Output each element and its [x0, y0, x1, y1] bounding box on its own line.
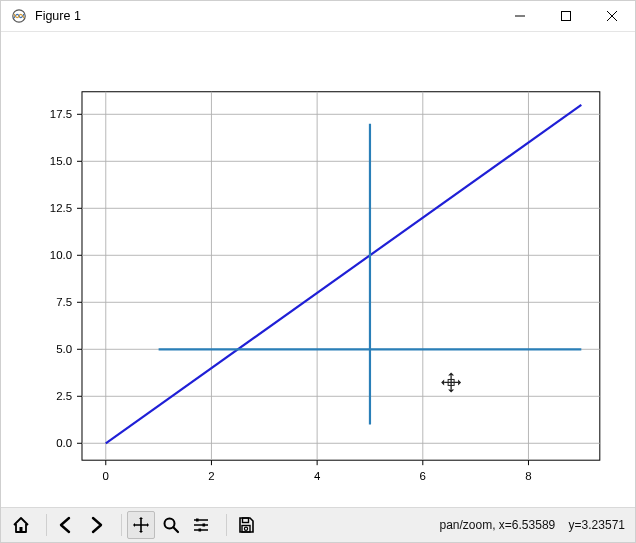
- svg-rect-49: [199, 529, 202, 532]
- svg-text:0: 0: [103, 470, 109, 482]
- svg-rect-51: [242, 526, 250, 533]
- arrow-right-icon: [87, 516, 105, 534]
- svg-rect-47: [196, 519, 199, 522]
- sliders-icon: [192, 516, 210, 534]
- subplots-button[interactable]: [187, 511, 215, 539]
- maximize-button[interactable]: [543, 1, 589, 31]
- toolbar-separator: [46, 514, 47, 536]
- pan-cursor-icon: [441, 372, 461, 392]
- svg-rect-50: [243, 518, 249, 523]
- home-icon: [12, 516, 30, 534]
- svg-rect-48: [203, 524, 206, 527]
- forward-button[interactable]: [82, 511, 110, 539]
- save-button[interactable]: [232, 511, 260, 539]
- nav-toolbar: pan/zoom, x=6.53589 y=3.23571: [1, 507, 635, 542]
- svg-text:0.0: 0.0: [56, 437, 72, 449]
- status-y-value: 3.23571: [582, 518, 625, 532]
- save-icon: [237, 516, 255, 534]
- svg-text:15.0: 15.0: [50, 155, 72, 167]
- figure-window: Figure 1 024680.02.55.07.510.012.515.017…: [0, 0, 636, 543]
- close-button[interactable]: [589, 1, 635, 31]
- svg-text:4: 4: [314, 470, 321, 482]
- back-button[interactable]: [52, 511, 80, 539]
- plot-canvas[interactable]: 024680.02.55.07.510.012.515.017.5: [1, 32, 635, 507]
- toolbar-separator: [121, 514, 122, 536]
- svg-text:5.0: 5.0: [56, 343, 72, 355]
- toolbar-separator: [226, 514, 227, 536]
- svg-text:10.0: 10.0: [50, 249, 72, 261]
- cursor-status: pan/zoom, x=6.53589 y=3.23571: [439, 518, 629, 532]
- pan-button[interactable]: [127, 511, 155, 539]
- titlebar: Figure 1: [1, 1, 635, 32]
- zoom-button[interactable]: [157, 511, 185, 539]
- svg-text:17.5: 17.5: [50, 108, 72, 120]
- svg-text:2: 2: [208, 470, 214, 482]
- status-x-label: x=: [499, 518, 512, 532]
- app-icon: [9, 6, 29, 26]
- svg-text:6: 6: [420, 470, 426, 482]
- minimize-button[interactable]: [497, 1, 543, 31]
- svg-text:12.5: 12.5: [50, 202, 72, 214]
- svg-point-52: [244, 527, 247, 530]
- arrow-left-icon: [57, 516, 75, 534]
- zoom-icon: [162, 516, 180, 534]
- status-y-label: y=: [569, 518, 582, 532]
- svg-rect-1: [562, 12, 571, 21]
- svg-text:2.5: 2.5: [56, 390, 72, 402]
- status-mode: pan/zoom,: [439, 518, 498, 532]
- chart-svg: 024680.02.55.07.510.012.515.017.5: [1, 32, 635, 507]
- svg-text:7.5: 7.5: [56, 296, 72, 308]
- svg-text:8: 8: [525, 470, 531, 482]
- move-icon: [132, 516, 150, 534]
- status-x-value: 6.53589: [512, 518, 555, 532]
- home-button[interactable]: [7, 511, 35, 539]
- window-title: Figure 1: [35, 9, 81, 23]
- svg-rect-45: [20, 527, 23, 532]
